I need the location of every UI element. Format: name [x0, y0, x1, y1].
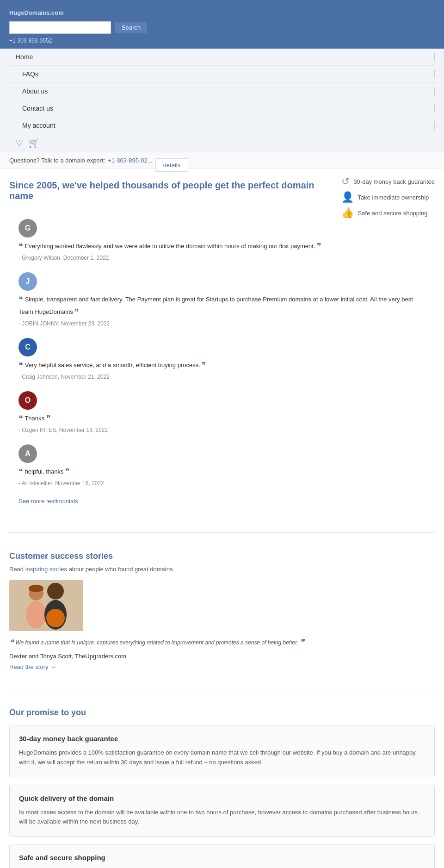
site-header: HugeDomains.com Search +1-303-893-0552 — [0, 0, 444, 49]
promise-card-1-text: In most cases access to the domain will … — [19, 808, 425, 827]
thumbsup-icon: 👍 — [341, 207, 354, 219]
success-title: Customer success stories — [9, 551, 435, 561]
avatar-3: O — [18, 391, 37, 410]
arrow-icon: → — [50, 663, 56, 670]
testimonial-1-author: - JOBIN JOHNY, November 23, 2022 — [18, 320, 426, 327]
avatar-4: A — [18, 444, 37, 463]
avatar-0: G — [18, 219, 37, 237]
promise-title: Our promise to you — [9, 708, 435, 718]
testimonial-1: J ❝ Simple, transparent and fast deliver… — [18, 272, 426, 327]
testimonial-0-author: - Gregory Wilson, December 1, 2022 — [18, 255, 426, 261]
close-quote-1: ❞ — [74, 307, 79, 317]
inspiring-stories-link[interactable]: inspiring stories — [25, 566, 67, 573]
success-image — [9, 580, 83, 631]
testimonial-0-header: G — [18, 219, 426, 237]
nav-icons: ♡ 🛒 — [9, 134, 435, 152]
testimonial-4-text: ❝ helpful, thanks ❞ — [18, 466, 426, 478]
promise-card-1: Quick delivery of the domain In most cas… — [9, 785, 435, 837]
svg-rect-0 — [9, 580, 83, 631]
open-quote-3: ❝ — [18, 414, 23, 423]
svg-point-5 — [29, 585, 43, 592]
open-quote-2: ❝ — [18, 361, 23, 370]
main-content: ↺ 30-day money back guarantee 👤 Take imm… — [0, 169, 444, 868]
nav-item-account[interactable]: My account — [9, 117, 435, 134]
testimonial-1-text: ❝ Simple, transparent and fast delivery.… — [18, 293, 426, 318]
person-icon: 👤 — [341, 191, 354, 203]
close-quote-3: ❞ — [46, 414, 51, 423]
testimonial-2-author: - Craig Johnson, November 21, 2022 — [18, 374, 426, 380]
success-section: Customer success stories Read inspiring … — [0, 540, 444, 681]
nav-item-contact[interactable]: Contact us — [9, 100, 435, 117]
testimonial-3-header: O — [18, 391, 426, 410]
success-name: Dexter and Tonya Scott, TheUpgraders.com — [9, 653, 435, 660]
testimonial-4-author: - Ali Iskeleliler, November 16, 2022 — [18, 480, 426, 487]
open-quote-0: ❝ — [18, 242, 23, 251]
promise-card-0: 30-day money back guarantee HugeDomains … — [9, 725, 435, 777]
refresh-icon: ↺ — [341, 175, 350, 187]
testimonial-3-author: - Ozgen IRTES, November 18, 2022 — [18, 427, 426, 433]
open-quote-success: ❝ — [9, 638, 14, 647]
svg-point-2 — [26, 601, 46, 629]
svg-point-6 — [46, 609, 65, 627]
testimonial-2: C ❝ Very helpful sales service, and a sm… — [18, 338, 426, 380]
success-quote: ❝ We found a name that is unique, captur… — [9, 637, 435, 649]
open-quote-4: ❝ — [18, 467, 23, 476]
promise-card-2-title: Safe and secure shopping — [19, 854, 425, 862]
feature-money-back: ↺ 30-day money back guarantee — [341, 175, 435, 187]
promise-card-1-title: Quick delivery of the domain — [19, 794, 425, 802]
since-section: ↺ 30-day money back guarantee 👤 Take imm… — [0, 169, 444, 525]
divider-2 — [9, 689, 435, 689]
close-quote-2: ❞ — [202, 361, 206, 370]
promise-section: Our promise to you 30-day money back gua… — [0, 697, 444, 868]
phone-number: +1-303-893-0552 — [9, 37, 435, 44]
feature-strip: ↺ 30-day money back guarantee 👤 Take imm… — [341, 175, 435, 219]
search-button[interactable]: Search — [115, 21, 148, 34]
cart-icon[interactable]: 🛒 — [29, 138, 39, 148]
close-quote-success: ❞ — [300, 638, 304, 647]
since-content: ↺ 30-day money back guarantee 👤 Take imm… — [9, 180, 435, 219]
open-quote-1: ❝ — [18, 295, 23, 304]
feature-secure-label: Safe and secure shopping — [358, 210, 427, 217]
avatar-1: J — [18, 272, 37, 291]
divider-1 — [9, 532, 435, 533]
testimonial-4: A ❝ helpful, thanks ❞ - Ali Iskeleliler,… — [18, 444, 426, 487]
main-nav: Home FAQs About us Contact us My account… — [0, 49, 444, 152]
feature-secure: 👍 Safe and secure shopping — [341, 207, 435, 219]
promise-card-0-text: HugeDomains provides a 100% satisfaction… — [19, 748, 425, 768]
svg-point-3 — [47, 583, 64, 599]
nav-item-home[interactable]: Home — [9, 49, 435, 66]
questions-bar: Questions? Talk to a domain expert: +1-3… — [0, 152, 444, 169]
feature-ownership-label: Take immediate ownership — [358, 194, 429, 201]
logo: HugeDomains.com — [9, 6, 435, 18]
search-input[interactable] — [9, 21, 111, 34]
success-intro: Read inspiring stories about people who … — [9, 566, 435, 573]
questions-phone[interactable]: +1-303-895-02... — [108, 157, 152, 164]
promise-card-0-title: 30-day money back guarantee — [19, 735, 425, 743]
promise-card-2: Safe and secure shopping Your online saf… — [9, 844, 435, 868]
feature-ownership: 👤 Take immediate ownership — [341, 191, 435, 203]
questions-text: Questions? Talk to a domain expert: — [9, 157, 105, 164]
testimonials-list: G ❝ Everything worked flawlessly and we … — [9, 219, 435, 487]
testimonial-1-header: J — [18, 272, 426, 291]
avatar-2: C — [18, 338, 37, 356]
testimonial-2-header: C — [18, 338, 426, 356]
nav-item-about[interactable]: About us — [9, 83, 435, 100]
close-quote-4: ❞ — [65, 467, 70, 476]
logo-suffix: .com — [49, 9, 63, 16]
see-more-testimonials[interactable]: See more testimonials — [18, 498, 426, 505]
read-story-link[interactable]: Read the story → — [9, 663, 435, 670]
close-quote-0: ❞ — [317, 242, 321, 251]
search-bar: Search — [9, 21, 435, 34]
wishlist-icon[interactable]: ♡ — [16, 138, 23, 148]
testimonial-3-text: ❝ Thanks ❞ — [18, 412, 426, 425]
details-popup[interactable]: details — [155, 158, 189, 172]
feature-money-back-label: 30-day money back guarantee — [353, 178, 435, 185]
testimonial-3: O ❝ Thanks ❞ - Ozgen IRTES, November 18,… — [18, 391, 426, 433]
testimonial-0: G ❝ Everything worked flawlessly and we … — [18, 219, 426, 261]
testimonial-4-header: A — [18, 444, 426, 463]
nav-item-faqs[interactable]: FAQs — [9, 66, 435, 83]
testimonial-0-text: ❝ Everything worked flawlessly and we we… — [18, 240, 426, 253]
testimonial-2-text: ❝ Very helpful sales service, and a smoo… — [18, 359, 426, 372]
logo-main: HugeDomains — [9, 9, 49, 16]
